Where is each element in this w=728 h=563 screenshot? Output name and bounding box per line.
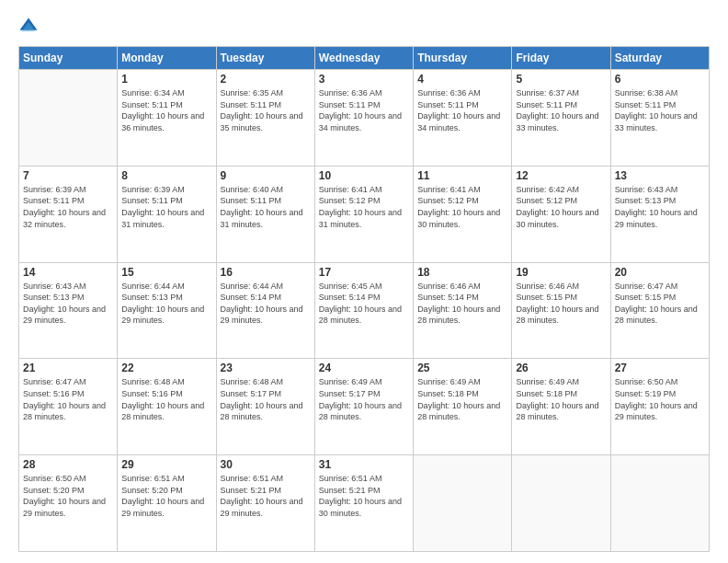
weekday-header-sunday: Sunday: [19, 47, 118, 70]
calendar-day: 29Sunrise: 6:51 AMSunset: 5:20 PMDayligh…: [118, 455, 216, 552]
day-info: Sunrise: 6:45 AMSunset: 5:14 PMDaylight:…: [319, 281, 409, 327]
day-number: 13: [615, 169, 705, 182]
day-number: 5: [516, 73, 606, 86]
calendar-day: 2Sunrise: 6:35 AMSunset: 5:11 PMDaylight…: [216, 70, 314, 167]
calendar-week-5: 28Sunrise: 6:50 AMSunset: 5:20 PMDayligh…: [19, 455, 710, 552]
day-number: 19: [516, 266, 606, 279]
day-info: Sunrise: 6:46 AMSunset: 5:14 PMDaylight:…: [417, 281, 507, 327]
weekday-header-row: SundayMondayTuesdayWednesdayThursdayFrid…: [19, 47, 710, 70]
day-number: 3: [319, 73, 409, 86]
calendar-day: 11Sunrise: 6:41 AMSunset: 5:12 PMDayligh…: [414, 166, 512, 262]
day-number: 28: [23, 458, 113, 471]
logo-icon: [18, 17, 39, 37]
calendar-day: 9Sunrise: 6:40 AMSunset: 5:11 PMDaylight…: [216, 166, 314, 262]
calendar-day: 17Sunrise: 6:45 AMSunset: 5:14 PMDayligh…: [314, 262, 413, 359]
day-info: Sunrise: 6:47 AMSunset: 5:16 PMDaylight:…: [23, 376, 113, 422]
calendar-day: 20Sunrise: 6:47 AMSunset: 5:15 PMDayligh…: [610, 262, 709, 359]
calendar-week-1: 1Sunrise: 6:34 AMSunset: 5:11 PMDaylight…: [19, 70, 710, 167]
day-info: Sunrise: 6:36 AMSunset: 5:11 PMDaylight:…: [319, 87, 409, 133]
day-info: Sunrise: 6:50 AMSunset: 5:19 PMDaylight:…: [615, 376, 705, 422]
weekday-header-thursday: Thursday: [414, 47, 512, 70]
day-number: 18: [417, 266, 507, 279]
day-number: 12: [516, 169, 606, 182]
weekday-header-wednesday: Wednesday: [314, 47, 413, 70]
day-info: Sunrise: 6:49 AMSunset: 5:18 PMDaylight:…: [516, 376, 606, 422]
day-info: Sunrise: 6:49 AMSunset: 5:18 PMDaylight:…: [417, 376, 507, 422]
logo: [18, 17, 42, 37]
day-number: 25: [417, 362, 507, 374]
calendar-day: 25Sunrise: 6:49 AMSunset: 5:18 PMDayligh…: [414, 359, 512, 455]
calendar-day: 21Sunrise: 6:47 AMSunset: 5:16 PMDayligh…: [19, 359, 118, 455]
calendar-week-4: 21Sunrise: 6:47 AMSunset: 5:16 PMDayligh…: [19, 359, 710, 455]
day-info: Sunrise: 6:48 AMSunset: 5:16 PMDaylight:…: [121, 376, 211, 422]
calendar-day: 23Sunrise: 6:48 AMSunset: 5:17 PMDayligh…: [216, 359, 314, 455]
day-info: Sunrise: 6:42 AMSunset: 5:12 PMDaylight:…: [516, 184, 606, 230]
day-info: Sunrise: 6:43 AMSunset: 5:13 PMDaylight:…: [615, 184, 705, 230]
day-number: 11: [417, 169, 507, 182]
day-number: 24: [319, 362, 409, 374]
day-info: Sunrise: 6:39 AMSunset: 5:11 PMDaylight:…: [23, 184, 113, 230]
day-info: Sunrise: 6:39 AMSunset: 5:11 PMDaylight:…: [121, 184, 211, 230]
day-number: 23: [221, 362, 311, 374]
day-info: Sunrise: 6:36 AMSunset: 5:11 PMDaylight:…: [417, 87, 507, 133]
day-info: Sunrise: 6:51 AMSunset: 5:21 PMDaylight:…: [221, 473, 311, 519]
calendar-day: 27Sunrise: 6:50 AMSunset: 5:19 PMDayligh…: [610, 359, 709, 455]
calendar-day: [414, 455, 512, 552]
day-number: 9: [221, 169, 311, 182]
day-number: 15: [121, 266, 211, 279]
day-info: Sunrise: 6:40 AMSunset: 5:11 PMDaylight:…: [221, 184, 311, 230]
day-number: 29: [121, 458, 211, 471]
calendar-week-3: 14Sunrise: 6:43 AMSunset: 5:13 PMDayligh…: [19, 262, 710, 359]
calendar-day: 15Sunrise: 6:44 AMSunset: 5:13 PMDayligh…: [118, 262, 216, 359]
day-number: 26: [516, 362, 606, 374]
day-info: Sunrise: 6:44 AMSunset: 5:13 PMDaylight:…: [121, 281, 211, 327]
calendar-day: 12Sunrise: 6:42 AMSunset: 5:12 PMDayligh…: [512, 166, 610, 262]
day-info: Sunrise: 6:41 AMSunset: 5:12 PMDaylight:…: [319, 184, 409, 230]
day-info: Sunrise: 6:51 AMSunset: 5:21 PMDaylight:…: [319, 473, 409, 519]
weekday-header-monday: Monday: [118, 47, 216, 70]
day-number: 21: [23, 362, 113, 374]
day-number: 8: [121, 169, 211, 182]
calendar-day: 10Sunrise: 6:41 AMSunset: 5:12 PMDayligh…: [314, 166, 413, 262]
day-info: Sunrise: 6:43 AMSunset: 5:13 PMDaylight:…: [23, 281, 113, 327]
day-info: Sunrise: 6:37 AMSunset: 5:11 PMDaylight:…: [516, 87, 606, 133]
calendar-day: 6Sunrise: 6:38 AMSunset: 5:11 PMDaylight…: [610, 70, 709, 167]
calendar-day: [19, 70, 118, 167]
calendar-day: [610, 455, 709, 552]
day-number: 17: [319, 266, 409, 279]
calendar-day: 8Sunrise: 6:39 AMSunset: 5:11 PMDaylight…: [118, 166, 216, 262]
calendar-day: 19Sunrise: 6:46 AMSunset: 5:15 PMDayligh…: [512, 262, 610, 359]
calendar-day: 1Sunrise: 6:34 AMSunset: 5:11 PMDaylight…: [118, 70, 216, 167]
calendar-day: 22Sunrise: 6:48 AMSunset: 5:16 PMDayligh…: [118, 359, 216, 455]
day-number: 7: [23, 169, 113, 182]
day-number: 10: [319, 169, 409, 182]
day-number: 1: [121, 73, 211, 86]
day-info: Sunrise: 6:47 AMSunset: 5:15 PMDaylight:…: [615, 281, 705, 327]
calendar-day: 26Sunrise: 6:49 AMSunset: 5:18 PMDayligh…: [512, 359, 610, 455]
weekday-header-tuesday: Tuesday: [216, 47, 314, 70]
calendar-day: 5Sunrise: 6:37 AMSunset: 5:11 PMDaylight…: [512, 70, 610, 167]
calendar-day: 31Sunrise: 6:51 AMSunset: 5:21 PMDayligh…: [314, 455, 413, 552]
day-number: 2: [221, 73, 311, 86]
calendar-day: 13Sunrise: 6:43 AMSunset: 5:13 PMDayligh…: [610, 166, 709, 262]
day-info: Sunrise: 6:46 AMSunset: 5:15 PMDaylight:…: [516, 281, 606, 327]
day-info: Sunrise: 6:49 AMSunset: 5:17 PMDaylight:…: [319, 376, 409, 422]
calendar-day: 28Sunrise: 6:50 AMSunset: 5:20 PMDayligh…: [19, 455, 118, 552]
day-info: Sunrise: 6:35 AMSunset: 5:11 PMDaylight:…: [221, 87, 311, 133]
day-info: Sunrise: 6:48 AMSunset: 5:17 PMDaylight:…: [221, 376, 311, 422]
day-info: Sunrise: 6:51 AMSunset: 5:20 PMDaylight:…: [121, 473, 211, 519]
day-info: Sunrise: 6:44 AMSunset: 5:14 PMDaylight:…: [221, 281, 311, 327]
weekday-header-friday: Friday: [512, 47, 610, 70]
calendar-day: 4Sunrise: 6:36 AMSunset: 5:11 PMDaylight…: [414, 70, 512, 167]
calendar-day: 16Sunrise: 6:44 AMSunset: 5:14 PMDayligh…: [216, 262, 314, 359]
day-info: Sunrise: 6:41 AMSunset: 5:12 PMDaylight:…: [417, 184, 507, 230]
calendar-day: 14Sunrise: 6:43 AMSunset: 5:13 PMDayligh…: [19, 262, 118, 359]
day-info: Sunrise: 6:50 AMSunset: 5:20 PMDaylight:…: [23, 473, 113, 519]
weekday-header-saturday: Saturday: [610, 47, 709, 70]
day-number: 31: [319, 458, 409, 471]
calendar-day: 7Sunrise: 6:39 AMSunset: 5:11 PMDaylight…: [19, 166, 118, 262]
day-number: 27: [615, 362, 705, 374]
calendar-day: [512, 455, 610, 552]
calendar-week-2: 7Sunrise: 6:39 AMSunset: 5:11 PMDaylight…: [19, 166, 710, 262]
calendar-page: SundayMondayTuesdayWednesdayThursdayFrid…: [0, 0, 728, 563]
